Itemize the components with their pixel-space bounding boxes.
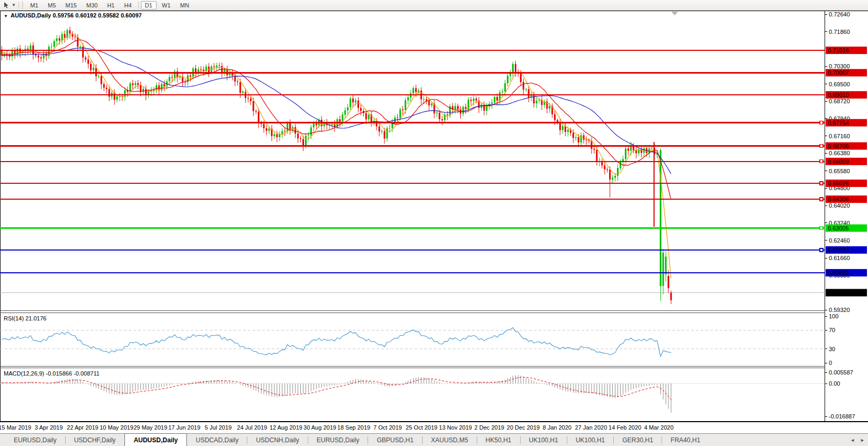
- svg-text:0.65026: 0.65026: [828, 180, 849, 186]
- chart-tab-uk100-h1-10[interactable]: UK100,H1: [567, 434, 613, 446]
- date-label: 15 Mar 2019: [0, 424, 31, 431]
- chart-window[interactable]: 0.726400.718600.703000.695000.687200.679…: [0, 10, 868, 433]
- price-tick-label: 0.69500: [829, 81, 850, 87]
- date-label: 17 Jun 2019: [168, 424, 201, 431]
- price-tick-label: 0.61660: [829, 255, 850, 261]
- chart-tab-xauusd-m5-7[interactable]: XAUUSD,M5: [423, 434, 477, 446]
- date-label: 30 Aug 2019: [303, 424, 336, 431]
- top-toolbar: ▼ M1M5M15M30H1H4D1W1MN: [0, 0, 868, 11]
- svg-text:0.66009: 0.66009: [828, 158, 849, 165]
- price-tick-label: 0.65580: [829, 168, 850, 174]
- date-label: 22 Apr 2019: [67, 424, 98, 431]
- date-label: 24 Jul 2019: [237, 424, 267, 431]
- date-label: 18 Sep 2019: [337, 424, 370, 431]
- chart-collapse-icon[interactable]: ▼: [4, 14, 8, 19]
- level-line-handle[interactable]: [820, 160, 823, 163]
- cursor-tool-dropdown-icon[interactable]: ▼: [11, 3, 17, 7]
- chart-tab-eurusd-daily-0[interactable]: EURUSD,Daily: [5, 434, 65, 446]
- macd-label: MACD(12,26,9) -0.015866 -0.008711: [4, 370, 100, 377]
- date-label: 14 Feb 2020: [609, 424, 641, 431]
- price-tick-label: 0.62460: [829, 237, 850, 244]
- timeframe-button-d1[interactable]: D1: [141, 1, 157, 10]
- date-label: 12 Aug 2019: [270, 424, 302, 431]
- chart-tab-uk100-h1-9[interactable]: UK100,H1: [521, 434, 567, 446]
- chart-tab-usdchf-daily-1[interactable]: USDCHF,Daily: [66, 434, 124, 446]
- macd-axis-label: 0.00: [829, 380, 840, 387]
- macd-axis-label: 0.005587: [829, 369, 853, 376]
- date-label: 27 Jan 2020: [575, 424, 607, 431]
- tab-list: EURUSD,DailyUSDCHF,DailyAUDUSD,DailyUSDC…: [0, 434, 709, 446]
- timeframe-button-w1[interactable]: W1: [158, 1, 175, 10]
- price-tick-label: 0.70300: [829, 63, 850, 69]
- svg-text:0.63005: 0.63005: [828, 225, 849, 231]
- timeframe-button-m1[interactable]: M1: [26, 1, 42, 10]
- chart-tab-usdcnh-daily-4[interactable]: USDCNH,Daily: [247, 434, 307, 446]
- timeframe-button-mn[interactable]: MN: [176, 1, 193, 10]
- date-label: 3 Apr 2019: [34, 424, 62, 431]
- toolbar-grip[interactable]: [22, 2, 23, 8]
- chart-tab-audusd-daily-2[interactable]: AUDUSD,Daily: [124, 433, 186, 446]
- chart-tab-ger30-h1-11[interactable]: GER30,H1: [614, 434, 661, 446]
- timeframe-button-h1[interactable]: H1: [103, 1, 119, 10]
- level-line-handle[interactable]: [820, 182, 823, 185]
- date-label: 10 May 2019: [100, 424, 133, 431]
- price-tick-label: 0.72640: [829, 11, 850, 17]
- svg-text:0.60097: 0.60097: [828, 290, 849, 296]
- level-line-handle[interactable]: [820, 121, 823, 124]
- date-label: 8 Jan 2020: [543, 424, 571, 431]
- svg-text:0.66706: 0.66706: [828, 143, 849, 149]
- svg-text:0.71016: 0.71016: [828, 47, 849, 53]
- tab-bar: EURUSD,DailyUSDCHF,DailyAUDUSD,DailyUSDC…: [0, 433, 868, 446]
- svg-text:0.69010: 0.69010: [828, 92, 849, 98]
- rsi-axis-label: 100: [829, 313, 838, 319]
- price-tick-label: 0.59320: [829, 307, 850, 313]
- tab-scroll-right-icon[interactable]: ►: [860, 438, 865, 443]
- date-label: 2 Dec 2019: [475, 424, 504, 431]
- chart-tab-gbpusd-h1-6[interactable]: GBPUSD,H1: [368, 434, 422, 446]
- price-tick-label: 0.71860: [829, 29, 850, 35]
- chart-plot-area[interactable]: [0, 10, 868, 433]
- timeframe-buttons: M1M5M15M30H1H4D1W1MN: [25, 1, 194, 10]
- rsi-axis-label: 0: [829, 360, 832, 366]
- svg-text:0.70007: 0.70007: [828, 69, 849, 76]
- chart-tab-usdcad-daily-3[interactable]: USDCAD,Daily: [187, 434, 247, 446]
- price-tick-label: 0.67160: [829, 133, 850, 139]
- date-label: 25 Oct 2019: [406, 424, 437, 431]
- timeframe-button-m5[interactable]: M5: [43, 1, 60, 10]
- rsi-axis-label: 30: [829, 346, 835, 352]
- toolbar-separator: [138, 2, 139, 8]
- date-label: 29 May 2019: [133, 424, 167, 431]
- level-line-handle[interactable]: [820, 145, 823, 148]
- tab-scroll-arrows: ◄ ►: [850, 434, 865, 446]
- svg-text:0.67754: 0.67754: [828, 120, 849, 126]
- rsi-axis-label: 70: [829, 327, 835, 333]
- chart-tab-fra40-h1-12[interactable]: FRA40,H1: [662, 434, 709, 446]
- date-label: 5 Jul 2019: [205, 424, 232, 431]
- level-line-handle[interactable]: [820, 227, 823, 230]
- svg-text:0.62020: 0.62020: [828, 247, 849, 253]
- chart-tab-eurusd-daily-5[interactable]: EURUSD,Daily: [308, 434, 368, 446]
- chart-tab-hk50-h1-8[interactable]: HK50,H1: [477, 434, 520, 446]
- timeframe-button-m15[interactable]: M15: [61, 1, 81, 10]
- svg-text:0.64306: 0.64306: [828, 196, 849, 202]
- date-label: 13 Nov 2019: [439, 424, 472, 431]
- price-tick-label: 0.68720: [829, 98, 850, 104]
- timeframe-button-m30[interactable]: M30: [82, 1, 102, 10]
- svg-text:0.60993: 0.60993: [828, 270, 849, 276]
- crosshair-tool-icon[interactable]: [1, 1, 11, 9]
- chart-title: AUDUSD,Daily 0.59756 0.60192 0.59582 0.6…: [11, 12, 142, 19]
- date-label: 7 Oct 2019: [373, 424, 402, 431]
- price-tick-label: 0.64020: [829, 202, 850, 209]
- level-line-handle[interactable]: [820, 198, 823, 201]
- toolbar-separator: [19, 2, 19, 8]
- level-line-handle[interactable]: [820, 248, 823, 252]
- timeframe-button-h4[interactable]: H4: [120, 1, 136, 10]
- date-label: 20 Dec 2019: [507, 424, 540, 431]
- tab-scroll-left-icon[interactable]: ◄: [850, 438, 855, 443]
- date-label: 4 Mar 2020: [644, 424, 674, 431]
- rsi-label: RSI(14) 21.0176: [4, 315, 47, 322]
- macd-axis-label: -0.016887: [829, 413, 855, 420]
- price-tick-label: 0.66380: [829, 150, 850, 156]
